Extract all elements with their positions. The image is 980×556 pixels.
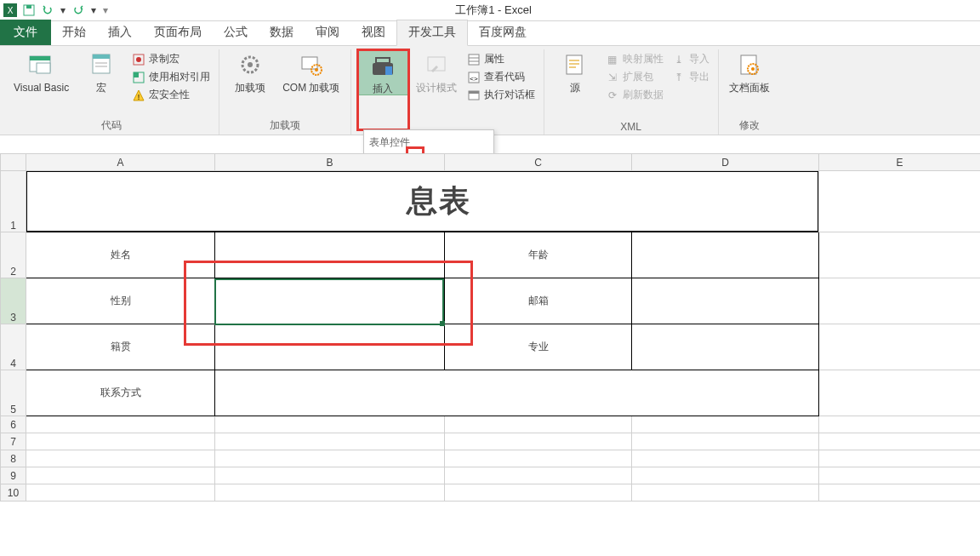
tab-layout[interactable]: 页面布局: [143, 20, 213, 45]
row-header-3[interactable]: 3: [1, 278, 26, 324]
tab-developer[interactable]: 开发工具: [396, 20, 468, 46]
com-gear-icon: [298, 51, 325, 78]
redo-dropdown-icon[interactable]: ▾: [90, 3, 97, 17]
export-icon: ⤒: [672, 71, 686, 84]
cell-C2[interactable]: 年龄: [445, 232, 632, 278]
run-dialog-button[interactable]: 执行对话框: [464, 87, 538, 103]
svg-rect-34: [567, 55, 582, 74]
tab-data[interactable]: 数据: [259, 20, 305, 45]
cell-A2[interactable]: 姓名: [26, 232, 215, 278]
cell-C3[interactable]: 邮箱: [445, 278, 632, 324]
svg-rect-33: [469, 91, 479, 94]
spreadsheet[interactable]: A B C D E 1 信息表 2 姓名 年龄: [0, 153, 980, 556]
svg-text:X: X: [8, 6, 14, 15]
tab-review[interactable]: 审阅: [305, 20, 350, 45]
save-icon[interactable]: [22, 3, 36, 17]
doc-panel-button[interactable]: 文档面板: [724, 49, 775, 94]
macros-icon: [88, 51, 115, 78]
map-icon: ▦: [606, 53, 619, 66]
redo-icon[interactable]: [71, 3, 85, 17]
dialog-icon: [467, 89, 481, 102]
relative-ref-button[interactable]: 使用相对引用: [128, 69, 214, 85]
record-macro-button[interactable]: 录制宏: [128, 51, 214, 67]
undo-icon[interactable]: [41, 3, 54, 17]
row-header-9[interactable]: 9: [1, 467, 26, 484]
ribbon-body: Visual Basic 宏 录制宏 使用相对引用 !宏安全性 代码 加载项: [0, 46, 980, 135]
com-addins-button[interactable]: COM 加载项: [277, 49, 345, 94]
source-button[interactable]: 源: [550, 49, 601, 94]
source-icon: [561, 51, 589, 78]
insert-controls-button[interactable]: 插入: [356, 49, 409, 95]
cell-A3[interactable]: 性别: [26, 278, 215, 324]
col-header-D[interactable]: D: [632, 154, 819, 171]
tab-formula[interactable]: 公式: [213, 20, 259, 45]
addins-button[interactable]: 加载项: [225, 49, 276, 94]
cell-B4[interactable]: [215, 324, 445, 370]
svg-point-40: [751, 67, 755, 71]
row-header-1[interactable]: 1: [1, 171, 26, 232]
col-header-E[interactable]: E: [819, 154, 981, 171]
cell-C4[interactable]: 专业: [445, 324, 632, 370]
row-header-5[interactable]: 5: [1, 370, 26, 416]
svg-rect-23: [376, 58, 390, 63]
col-header-C[interactable]: C: [445, 154, 632, 171]
ribbon-tabs: 文件 开始 插入 页面布局 公式 数据 审阅 视图 开发工具 百度网盘: [0, 21, 980, 46]
tab-insert[interactable]: 插入: [97, 20, 143, 45]
tab-home[interactable]: 开始: [51, 20, 97, 45]
refresh-data-button: ⟳刷新数据: [602, 87, 667, 103]
cell-A5[interactable]: 联系方式: [26, 370, 215, 416]
refresh-icon: ⟳: [606, 89, 619, 102]
svg-point-12: [136, 57, 141, 62]
view-code-button[interactable]: <>查看代码: [464, 69, 538, 85]
cell-B5-D5[interactable]: [215, 370, 819, 416]
svg-rect-14: [134, 72, 139, 77]
design-mode-button[interactable]: 设计模式: [411, 49, 462, 94]
row-header-6[interactable]: 6: [1, 416, 26, 433]
properties-button[interactable]: 属性: [464, 51, 538, 67]
cell-A4[interactable]: 籍贯: [26, 324, 215, 370]
warning-icon: !: [132, 89, 145, 102]
visual-basic-icon: [28, 51, 55, 78]
svg-marker-26: [431, 66, 438, 72]
col-header-A[interactable]: A: [26, 154, 215, 171]
form-controls-header: 表单控件: [368, 134, 490, 153]
row-header-2[interactable]: 2: [1, 232, 26, 278]
toolbox-icon: [369, 52, 396, 79]
visual-basic-button[interactable]: Visual Basic: [9, 49, 74, 94]
row-header-8[interactable]: 8: [1, 450, 26, 467]
tab-file[interactable]: 文件: [0, 20, 51, 45]
relative-ref-icon: [132, 71, 145, 84]
svg-text:!: !: [138, 93, 140, 101]
svg-rect-6: [37, 63, 50, 73]
svg-rect-27: [469, 54, 479, 65]
macro-security-button[interactable]: !宏安全性: [128, 87, 214, 103]
cell-D4[interactable]: [632, 324, 819, 370]
undo-dropdown-icon[interactable]: ▾: [60, 3, 66, 17]
column-headers[interactable]: A B C D E: [1, 154, 981, 171]
macros-button[interactable]: 宏: [76, 49, 127, 94]
gear-icon: [236, 51, 264, 78]
import-button: ⤓导入: [669, 51, 713, 67]
svg-rect-3: [26, 5, 31, 9]
import-icon: ⤓: [672, 53, 686, 66]
record-icon: [132, 53, 145, 66]
svg-rect-5: [30, 56, 50, 60]
title-bar: X ▾ ▾ ▾ 工作簿1 - Excel: [0, 0, 980, 21]
cell-D2[interactable]: [632, 232, 819, 278]
cell-B2[interactable]: [215, 232, 445, 278]
col-header-B[interactable]: B: [215, 154, 445, 171]
row-header-4[interactable]: 4: [1, 324, 26, 370]
group-controls: 插入 设计模式 属性 <>查看代码 执行对话框: [351, 49, 544, 135]
excel-icon: X: [3, 3, 17, 17]
svg-point-21: [315, 68, 318, 72]
row-header-10[interactable]: 10: [1, 484, 26, 502]
row-header-7[interactable]: 7: [1, 433, 26, 450]
group-code: Visual Basic 宏 录制宏 使用相对引用 !宏安全性 代码: [3, 49, 219, 135]
select-all-corner[interactable]: [1, 154, 26, 171]
qat-customize-icon[interactable]: ▾: [102, 3, 109, 17]
cell-D3[interactable]: [632, 278, 819, 324]
design-icon: [423, 51, 450, 78]
tab-baidu[interactable]: 百度网盘: [468, 20, 538, 45]
tab-view[interactable]: 视图: [350, 20, 396, 45]
cell-B3[interactable]: [215, 278, 445, 324]
